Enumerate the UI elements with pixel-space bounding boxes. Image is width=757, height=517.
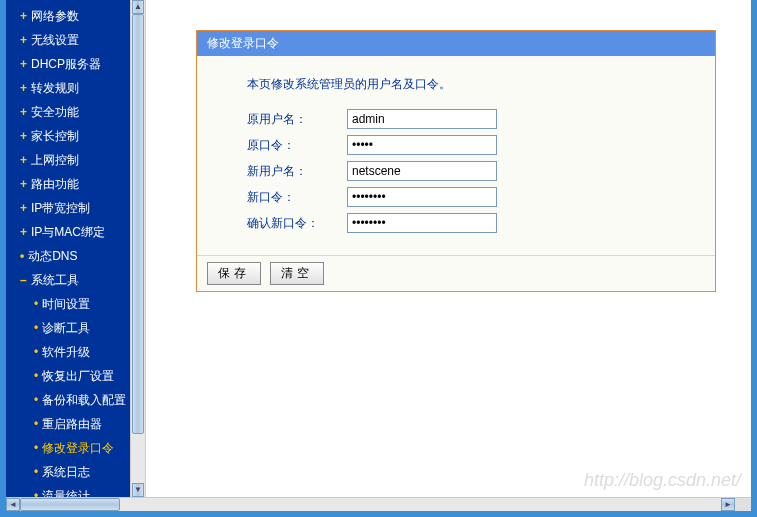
sub-time[interactable]: •时间设置 bbox=[6, 292, 146, 316]
sidebar: +网络参数 +无线设置 +DHCP服务器 +转发规则 +安全功能 +家长控制 +… bbox=[6, 0, 146, 511]
password-panel: 修改登录口令 本页修改系统管理员的用户名及口令。 原用户名： 原口令： 新用户名… bbox=[196, 30, 716, 292]
label-new-pass: 新口令： bbox=[247, 189, 347, 206]
plus-icon: + bbox=[20, 57, 27, 71]
dot-icon: • bbox=[34, 417, 38, 431]
content-area: ▲ ▼ 修改登录口令 本页修改系统管理员的用户名及口令。 原用户名： 原口令： … bbox=[146, 0, 751, 511]
sub-factory-reset[interactable]: •恢复出厂设置 bbox=[6, 364, 146, 388]
menu-dhcp[interactable]: +DHCP服务器 bbox=[6, 52, 146, 76]
scroll-corner bbox=[735, 498, 751, 511]
panel-body: 本页修改系统管理员的用户名及口令。 原用户名： 原口令： 新用户名： 新口令： bbox=[197, 56, 715, 255]
menu-ddns[interactable]: •动态DNS bbox=[6, 244, 146, 268]
plus-icon: + bbox=[20, 33, 27, 47]
scroll-thumb[interactable] bbox=[132, 14, 144, 434]
hscroll-thumb[interactable] bbox=[20, 498, 120, 511]
scroll-down-icon[interactable]: ▼ bbox=[132, 483, 144, 497]
dot-icon: • bbox=[34, 297, 38, 311]
sub-reboot[interactable]: •重启路由器 bbox=[6, 412, 146, 436]
scroll-right-icon[interactable]: ► bbox=[721, 498, 735, 511]
sub-diagnostics[interactable]: •诊断工具 bbox=[6, 316, 146, 340]
dot-icon: • bbox=[34, 465, 38, 479]
menu-ip-mac[interactable]: +IP与MAC绑定 bbox=[6, 220, 146, 244]
app-window: +网络参数 +无线设置 +DHCP服务器 +转发规则 +安全功能 +家长控制 +… bbox=[0, 0, 757, 517]
label-old-pass: 原口令： bbox=[247, 137, 347, 154]
sidebar-scrollbar[interactable]: ▲ ▼ bbox=[130, 0, 146, 497]
sub-upgrade[interactable]: •软件升级 bbox=[6, 340, 146, 364]
dot-icon: • bbox=[34, 441, 38, 455]
menu-security[interactable]: +安全功能 bbox=[6, 100, 146, 124]
minus-icon: – bbox=[20, 273, 27, 287]
label-confirm-pass: 确认新口令： bbox=[247, 215, 347, 232]
row-old-user: 原用户名： bbox=[227, 109, 685, 129]
plus-icon: + bbox=[20, 9, 27, 23]
menu-wireless[interactable]: +无线设置 bbox=[6, 28, 146, 52]
input-new-pass[interactable] bbox=[347, 187, 497, 207]
menu-system-tools[interactable]: –系统工具 bbox=[6, 268, 146, 292]
input-confirm-pass[interactable] bbox=[347, 213, 497, 233]
menu-bandwidth[interactable]: +IP带宽控制 bbox=[6, 196, 146, 220]
watermark: http://blog.csdn.net/ bbox=[584, 470, 741, 491]
plus-icon: + bbox=[20, 81, 27, 95]
dot-icon: • bbox=[34, 369, 38, 383]
sub-backup-restore[interactable]: •备份和载入配置 bbox=[6, 388, 146, 412]
menu-forward[interactable]: +转发规则 bbox=[6, 76, 146, 100]
horizontal-scrollbar[interactable]: ◄ ► bbox=[6, 497, 751, 511]
dot-icon: • bbox=[34, 345, 38, 359]
menu-routing[interactable]: +路由功能 bbox=[6, 172, 146, 196]
scroll-left-icon[interactable]: ◄ bbox=[6, 498, 20, 511]
input-old-user[interactable] bbox=[347, 109, 497, 129]
menu-parental[interactable]: +家长控制 bbox=[6, 124, 146, 148]
label-old-user: 原用户名： bbox=[247, 111, 347, 128]
plus-icon: + bbox=[20, 105, 27, 119]
plus-icon: + bbox=[20, 153, 27, 167]
sub-change-password[interactable]: •修改登录口令 bbox=[6, 436, 146, 460]
panel-footer: 保存 清空 bbox=[197, 255, 715, 291]
menu-network-params[interactable]: +网络参数 bbox=[6, 4, 146, 28]
plus-icon: + bbox=[20, 177, 27, 191]
row-new-pass: 新口令： bbox=[227, 187, 685, 207]
dot-icon: • bbox=[34, 321, 38, 335]
save-button[interactable]: 保存 bbox=[207, 262, 261, 285]
clear-button[interactable]: 清空 bbox=[270, 262, 324, 285]
input-new-user[interactable] bbox=[347, 161, 497, 181]
row-old-pass: 原口令： bbox=[227, 135, 685, 155]
sub-syslog[interactable]: •系统日志 bbox=[6, 460, 146, 484]
plus-icon: + bbox=[20, 129, 27, 143]
panel-title: 修改登录口令 bbox=[197, 31, 715, 56]
input-old-pass[interactable] bbox=[347, 135, 497, 155]
panel-description: 本页修改系统管理员的用户名及口令。 bbox=[227, 76, 685, 93]
dot-icon: • bbox=[34, 393, 38, 407]
scroll-up-icon[interactable]: ▲ bbox=[132, 0, 144, 14]
label-new-user: 新用户名： bbox=[247, 163, 347, 180]
plus-icon: + bbox=[20, 225, 27, 239]
dot-icon: • bbox=[20, 249, 24, 263]
row-confirm-pass: 确认新口令： bbox=[227, 213, 685, 233]
menu-access-control[interactable]: +上网控制 bbox=[6, 148, 146, 172]
row-new-user: 新用户名： bbox=[227, 161, 685, 181]
plus-icon: + bbox=[20, 201, 27, 215]
